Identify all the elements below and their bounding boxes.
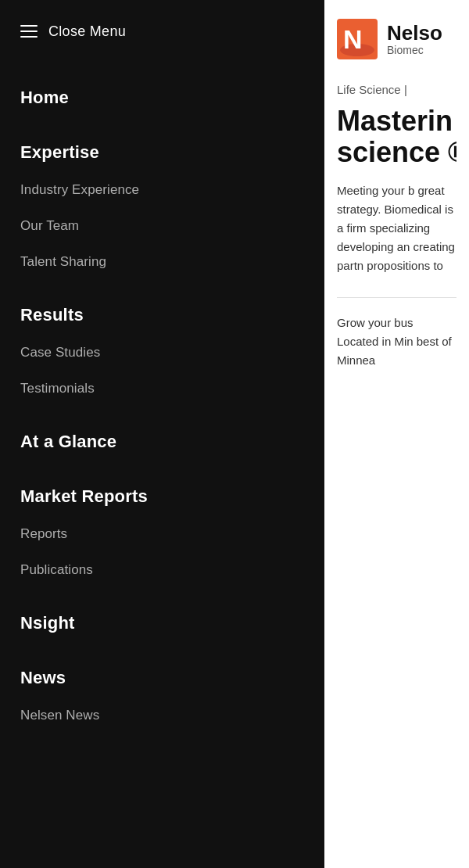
close-menu-label: Close Menu — [48, 23, 126, 40]
nav-home-heading[interactable]: Home — [20, 63, 304, 117]
nav-news-heading[interactable]: News — [20, 643, 304, 698]
company-name: Nelso — [387, 22, 442, 45]
close-menu-button[interactable]: Close Menu — [0, 0, 324, 63]
nav-at-a-glance-heading[interactable]: At a Glance — [20, 407, 304, 461]
svg-text:N: N — [343, 24, 363, 54]
main-heading: Masterin science ® — [337, 106, 456, 167]
nav-section-expertise: Expertise Industry Experience Our Team T… — [0, 117, 324, 280]
hamburger-icon — [20, 25, 38, 38]
sidebar-item-testimonials[interactable]: Testimonials — [20, 371, 304, 407]
sidebar-item-industry-experience[interactable]: Industry Experience — [20, 172, 304, 208]
nav-section-results: Results Case Studies Testimonials — [0, 280, 324, 407]
company-sub: Biomec — [387, 44, 442, 56]
sidebar-item-nelsen-news[interactable]: Nelsen News — [20, 698, 304, 733]
logo-area: N Nelso Biomec — [324, 0, 469, 75]
sidebar-item-talent-sharing[interactable]: Talent Sharing — [20, 244, 304, 280]
content-body: Life Science | Masterin science ® Meetin… — [324, 75, 469, 382]
body-text: Meeting your b great strategy. Biomedica… — [337, 181, 456, 275]
company-logo-icon: N — [337, 19, 378, 59]
main-heading-line1: Masterin — [337, 106, 456, 137]
logo-text-block: Nelso Biomec — [387, 22, 442, 57]
category-label: Life Science | — [337, 83, 456, 96]
nav-nsight-heading[interactable]: Nsight — [20, 588, 304, 643]
sidebar-item-our-team[interactable]: Our Team — [20, 208, 304, 244]
main-heading-line2: science ® — [337, 137, 456, 168]
nav-section-at-a-glance: At a Glance — [0, 407, 324, 461]
content-panel: N Nelso Biomec Life Science | Masterin s… — [324, 0, 469, 868]
grow-text: Grow your bus Located in Min best of Min… — [337, 314, 456, 370]
nav-results-heading[interactable]: Results — [20, 280, 304, 335]
nav-expertise-heading[interactable]: Expertise — [20, 117, 304, 172]
divider — [337, 297, 456, 298]
nav-market-reports-heading[interactable]: Market Reports — [20, 461, 304, 516]
nav-section-market-reports: Market Reports Reports Publications — [0, 461, 324, 588]
nav-section-nsight: Nsight — [0, 588, 324, 643]
nav-section-home: Home — [0, 63, 324, 117]
nav-section-news: News Nelsen News — [0, 643, 324, 733]
nav-panel: Close Menu Home Expertise Industry Exper… — [0, 0, 324, 868]
sidebar-item-case-studies[interactable]: Case Studies — [20, 335, 304, 371]
sidebar-item-publications[interactable]: Publications — [20, 552, 304, 588]
sidebar-item-reports[interactable]: Reports — [20, 516, 304, 552]
